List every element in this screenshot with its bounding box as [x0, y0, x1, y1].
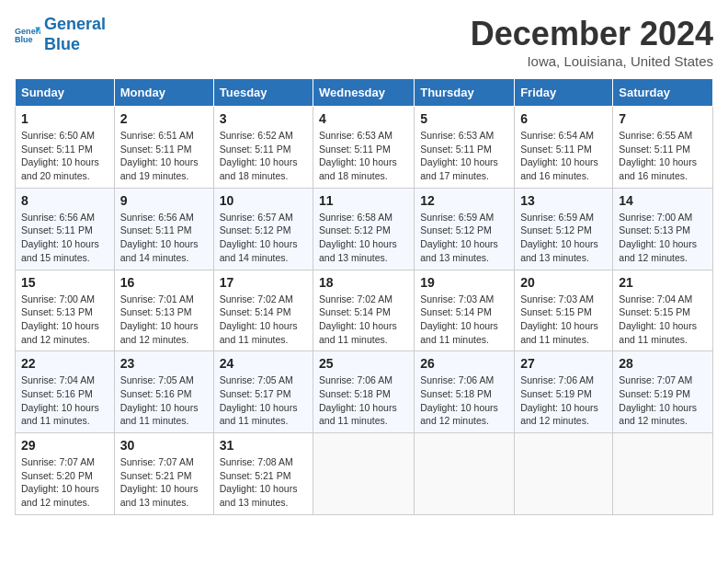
- day-info: Sunrise: 7:08 AMSunset: 5:21 PMDaylight:…: [220, 456, 298, 508]
- calendar-cell: 16 Sunrise: 7:01 AMSunset: 5:13 PMDaylig…: [114, 270, 213, 351]
- calendar-cell: 27 Sunrise: 7:06 AMSunset: 5:19 PMDaylig…: [515, 351, 613, 433]
- day-info: Sunrise: 7:05 AMSunset: 5:17 PMDaylight:…: [220, 374, 298, 426]
- calendar-cell: [313, 433, 415, 515]
- day-number: 31: [220, 438, 307, 453]
- day-number: 15: [21, 275, 108, 290]
- logo-icon: General Blue: [15, 22, 40, 48]
- calendar-cell: 26 Sunrise: 7:06 AMSunset: 5:18 PMDaylig…: [415, 351, 515, 433]
- header: General Blue GeneralBlue December 2024 I…: [15, 15, 713, 69]
- calendar-cell: 5 Sunrise: 6:53 AMSunset: 5:11 PMDayligh…: [415, 107, 515, 189]
- day-number: 9: [120, 193, 208, 208]
- day-number: 6: [520, 111, 607, 126]
- calendar-cell: 17 Sunrise: 7:02 AMSunset: 5:14 PMDaylig…: [213, 270, 313, 351]
- calendar-cell: 22 Sunrise: 7:04 AMSunset: 5:16 PMDaylig…: [16, 351, 115, 433]
- calendar-cell: 10 Sunrise: 6:57 AMSunset: 5:12 PMDaylig…: [213, 188, 313, 270]
- calendar-cell: 2 Sunrise: 6:51 AMSunset: 5:11 PMDayligh…: [114, 107, 213, 189]
- day-number: 20: [520, 275, 607, 290]
- day-info: Sunrise: 6:50 AMSunset: 5:11 PMDaylight:…: [21, 130, 99, 181]
- logo-text: GeneralBlue: [44, 15, 106, 54]
- day-info: Sunrise: 6:58 AMSunset: 5:12 PMDaylight:…: [319, 212, 397, 263]
- location: Iowa, Louisiana, United States: [471, 53, 713, 69]
- day-number: 19: [420, 275, 508, 290]
- calendar-cell: 21 Sunrise: 7:04 AMSunset: 5:15 PMDaylig…: [613, 270, 713, 351]
- day-number: 4: [319, 111, 408, 126]
- day-info: Sunrise: 7:03 AMSunset: 5:15 PMDaylight:…: [520, 293, 598, 345]
- day-info: Sunrise: 6:56 AMSunset: 5:11 PMDaylight:…: [120, 212, 199, 263]
- day-number: 10: [220, 193, 307, 208]
- calendar-cell: [415, 433, 515, 515]
- day-info: Sunrise: 7:00 AMSunset: 5:13 PMDaylight:…: [619, 212, 697, 263]
- svg-text:Blue: Blue: [15, 35, 33, 44]
- day-number: 1: [21, 111, 108, 126]
- day-number: 30: [120, 438, 208, 453]
- calendar-cell: 14 Sunrise: 7:00 AMSunset: 5:13 PMDaylig…: [613, 188, 713, 270]
- day-info: Sunrise: 6:57 AMSunset: 5:12 PMDaylight:…: [220, 212, 298, 263]
- day-number: 8: [21, 193, 108, 208]
- day-number: 14: [619, 193, 707, 208]
- calendar-cell: 11 Sunrise: 6:58 AMSunset: 5:12 PMDaylig…: [313, 188, 415, 270]
- calendar-week-5: 29 Sunrise: 7:07 AMSunset: 5:20 PMDaylig…: [16, 433, 713, 515]
- day-number: 24: [220, 356, 307, 371]
- calendar-cell: 8 Sunrise: 6:56 AMSunset: 5:11 PMDayligh…: [16, 188, 115, 270]
- day-info: Sunrise: 7:07 AMSunset: 5:21 PMDaylight:…: [120, 456, 199, 508]
- calendar-cell: 3 Sunrise: 6:52 AMSunset: 5:11 PMDayligh…: [213, 107, 313, 189]
- day-number: 26: [420, 356, 508, 371]
- day-info: Sunrise: 6:55 AMSunset: 5:11 PMDaylight:…: [619, 130, 697, 181]
- calendar-cell: 19 Sunrise: 7:03 AMSunset: 5:14 PMDaylig…: [415, 270, 515, 351]
- day-info: Sunrise: 6:59 AMSunset: 5:12 PMDaylight:…: [520, 212, 598, 263]
- day-number: 11: [319, 193, 408, 208]
- calendar-cell: 9 Sunrise: 6:56 AMSunset: 5:11 PMDayligh…: [114, 188, 213, 270]
- day-info: Sunrise: 6:53 AMSunset: 5:11 PMDaylight:…: [420, 130, 498, 181]
- day-info: Sunrise: 7:02 AMSunset: 5:14 PMDaylight:…: [220, 293, 298, 345]
- day-info: Sunrise: 7:05 AMSunset: 5:16 PMDaylight:…: [120, 374, 199, 426]
- day-info: Sunrise: 7:03 AMSunset: 5:14 PMDaylight:…: [420, 293, 498, 345]
- day-number: 27: [520, 356, 607, 371]
- day-number: 21: [619, 275, 707, 290]
- month-title: December 2024: [471, 15, 713, 53]
- day-number: 28: [619, 356, 707, 371]
- day-number: 17: [220, 275, 307, 290]
- day-number: 18: [319, 275, 408, 290]
- day-info: Sunrise: 7:06 AMSunset: 5:18 PMDaylight:…: [420, 374, 498, 426]
- calendar-cell: 12 Sunrise: 6:59 AMSunset: 5:12 PMDaylig…: [415, 188, 515, 270]
- day-info: Sunrise: 7:01 AMSunset: 5:13 PMDaylight:…: [120, 293, 199, 345]
- day-info: Sunrise: 7:04 AMSunset: 5:16 PMDaylight:…: [21, 374, 99, 426]
- header-wednesday: Wednesday: [313, 79, 415, 107]
- calendar-week-3: 15 Sunrise: 7:00 AMSunset: 5:13 PMDaylig…: [16, 270, 713, 351]
- day-info: Sunrise: 7:02 AMSunset: 5:14 PMDaylight:…: [319, 293, 397, 345]
- day-info: Sunrise: 6:59 AMSunset: 5:12 PMDaylight:…: [420, 212, 498, 263]
- calendar-cell: 15 Sunrise: 7:00 AMSunset: 5:13 PMDaylig…: [16, 270, 115, 351]
- day-number: 22: [21, 356, 108, 371]
- calendar-cell: 1 Sunrise: 6:50 AMSunset: 5:11 PMDayligh…: [16, 107, 115, 189]
- calendar-cell: 4 Sunrise: 6:53 AMSunset: 5:11 PMDayligh…: [313, 107, 415, 189]
- day-number: 2: [120, 111, 208, 126]
- day-info: Sunrise: 7:06 AMSunset: 5:19 PMDaylight:…: [520, 374, 598, 426]
- day-number: 7: [619, 111, 707, 126]
- day-info: Sunrise: 6:53 AMSunset: 5:11 PMDaylight:…: [319, 130, 397, 181]
- calendar-cell: 23 Sunrise: 7:05 AMSunset: 5:16 PMDaylig…: [114, 351, 213, 433]
- day-number: 23: [120, 356, 208, 371]
- day-number: 29: [21, 438, 108, 453]
- day-info: Sunrise: 7:07 AMSunset: 5:19 PMDaylight:…: [619, 374, 697, 426]
- title-area: December 2024 Iowa, Louisiana, United St…: [471, 15, 713, 69]
- day-number: 5: [420, 111, 508, 126]
- calendar-cell: 20 Sunrise: 7:03 AMSunset: 5:15 PMDaylig…: [515, 270, 613, 351]
- day-info: Sunrise: 6:51 AMSunset: 5:11 PMDaylight:…: [120, 130, 199, 181]
- header-tuesday: Tuesday: [213, 79, 313, 107]
- day-info: Sunrise: 7:06 AMSunset: 5:18 PMDaylight:…: [319, 374, 397, 426]
- day-info: Sunrise: 6:56 AMSunset: 5:11 PMDaylight:…: [21, 212, 99, 263]
- day-number: 3: [220, 111, 307, 126]
- calendar-week-1: 1 Sunrise: 6:50 AMSunset: 5:11 PMDayligh…: [16, 107, 713, 189]
- calendar-cell: [613, 433, 713, 515]
- header-sunday: Sunday: [16, 79, 115, 107]
- calendar-cell: 30 Sunrise: 7:07 AMSunset: 5:21 PMDaylig…: [114, 433, 213, 515]
- calendar-header-row: SundayMondayTuesdayWednesdayThursdayFrid…: [16, 79, 713, 107]
- logo: General Blue GeneralBlue: [15, 15, 106, 54]
- calendar-cell: 31 Sunrise: 7:08 AMSunset: 5:21 PMDaylig…: [213, 433, 313, 515]
- day-number: 13: [520, 193, 607, 208]
- day-number: 12: [420, 193, 508, 208]
- day-info: Sunrise: 6:54 AMSunset: 5:11 PMDaylight:…: [520, 130, 598, 181]
- calendar-week-4: 22 Sunrise: 7:04 AMSunset: 5:16 PMDaylig…: [16, 351, 713, 433]
- calendar-cell: 24 Sunrise: 7:05 AMSunset: 5:17 PMDaylig…: [213, 351, 313, 433]
- calendar-cell: 25 Sunrise: 7:06 AMSunset: 5:18 PMDaylig…: [313, 351, 415, 433]
